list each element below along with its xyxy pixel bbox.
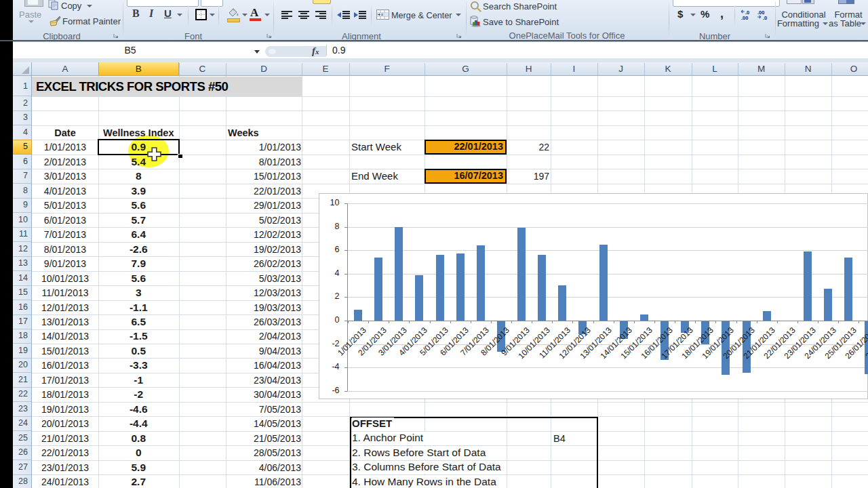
svg-text:a: a [381, 12, 383, 16]
svg-text:.00: .00 [741, 15, 748, 21]
svg-text:.0: .0 [763, 15, 767, 21]
